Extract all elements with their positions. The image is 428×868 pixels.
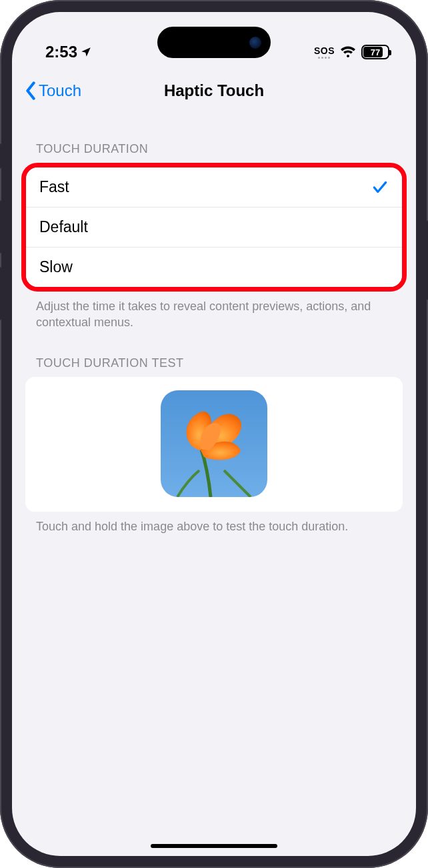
section-footer-duration: Adjust the time it takes to reveal conte… <box>12 292 416 331</box>
side-button <box>0 267 1 320</box>
home-indicator[interactable] <box>151 844 277 848</box>
option-label: Slow <box>39 258 73 276</box>
sos-indicator: SOS <box>314 45 335 59</box>
touch-duration-options: Fast Default Slow <box>26 167 402 287</box>
test-card <box>25 377 403 512</box>
nav-bar: Touch Haptic Touch <box>12 72 416 109</box>
status-right: SOS 77 <box>314 45 389 59</box>
highlight-annotation: Fast Default Slow <box>21 163 407 292</box>
side-button <box>0 200 1 254</box>
wifi-icon <box>340 45 356 59</box>
side-button <box>0 143 1 169</box>
option-fast[interactable]: Fast <box>26 167 402 207</box>
test-image[interactable] <box>161 390 267 497</box>
section-header-test: TOUCH DURATION TEST <box>12 331 416 377</box>
option-default[interactable]: Default <box>26 207 402 248</box>
back-button[interactable]: Touch <box>24 81 81 100</box>
camera-dot <box>249 37 261 49</box>
battery-percent: 77 <box>371 47 380 57</box>
back-label: Touch <box>39 81 81 100</box>
content: TOUCH DURATION Fast Default Slow <box>12 109 416 534</box>
battery-icon: 77 <box>361 45 389 59</box>
option-label: Default <box>39 218 88 236</box>
location-icon <box>80 46 92 58</box>
screen: 2:53 SOS 77 <box>12 12 416 856</box>
checkmark-icon <box>371 179 389 196</box>
dynamic-island <box>157 27 271 58</box>
option-label: Fast <box>39 178 69 196</box>
section-header-duration: TOUCH DURATION <box>12 109 416 163</box>
chevron-left-icon <box>24 81 37 100</box>
phone-frame: 2:53 SOS 77 <box>0 0 428 868</box>
option-slow[interactable]: Slow <box>26 248 402 287</box>
section-footer-test: Touch and hold the image above to test t… <box>12 512 416 534</box>
status-left: 2:53 <box>45 43 92 61</box>
status-time: 2:53 <box>45 43 77 61</box>
